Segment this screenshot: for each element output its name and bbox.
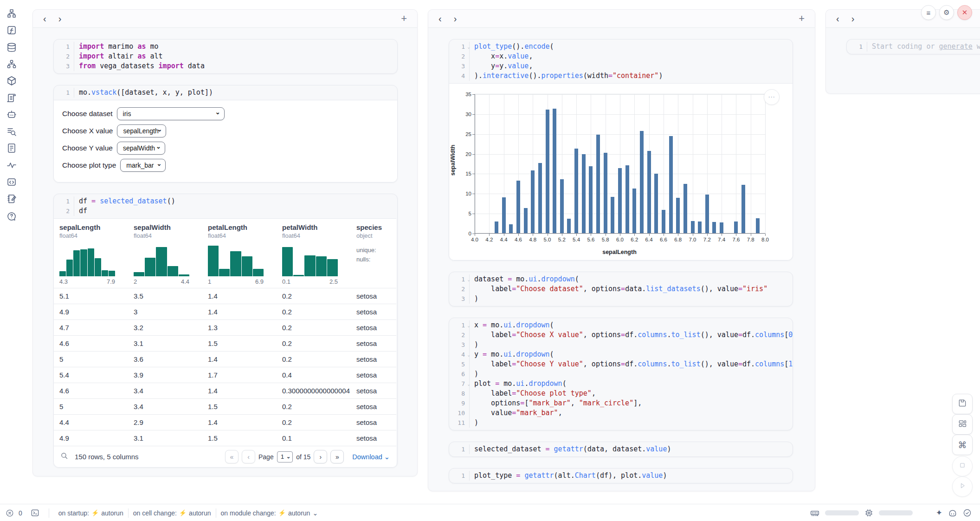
chart-bar[interactable]: [618, 168, 622, 234]
dropdown-select[interactable]: sepalWidth⌄: [117, 142, 165, 155]
code-editor[interactable]: 1df = selected_dataset()2df: [54, 194, 397, 218]
chart-bar[interactable]: [560, 179, 564, 234]
first-page-button[interactable]: «: [225, 450, 239, 463]
fold-chevron-icon[interactable]: ⌄: [468, 321, 470, 331]
chart-bar[interactable]: [589, 166, 593, 234]
save-button[interactable]: [952, 394, 973, 414]
sidebar-snippets-icon[interactable]: [6, 176, 18, 188]
chart-bar[interactable]: [705, 195, 709, 234]
sidebar-datasources-icon[interactable]: [6, 41, 18, 53]
settings-button[interactable]: ⚙: [939, 5, 954, 20]
chart-bar[interactable]: [509, 224, 513, 234]
chart-bar[interactable]: [756, 218, 760, 234]
runtime-config-item[interactable]: on cell change:⚡autorun: [133, 509, 211, 517]
sidebar-errors-icon[interactable]: [6, 125, 18, 137]
table-row[interactable]: 53.41.50.2setosa: [54, 398, 396, 414]
table-row[interactable]: 4.73.21.30.2setosa: [54, 319, 396, 335]
copilot-icon[interactable]: [948, 508, 957, 518]
chart-bar[interactable]: [538, 163, 542, 234]
sidebar-scratchpad-icon[interactable]: [6, 193, 18, 205]
chart-bar[interactable]: [582, 154, 586, 234]
chart-bar[interactable]: [720, 222, 723, 234]
chart-bar[interactable]: [596, 135, 600, 234]
chart-bar[interactable]: [712, 222, 716, 234]
code-editor[interactable]: 1⌄plot_type().encode(2 x=x.value,3 y=y.v…: [449, 39, 793, 83]
errors-indicator[interactable]: [6, 509, 14, 517]
chart-bar[interactable]: [698, 221, 702, 234]
fold-chevron-icon[interactable]: ⌄: [468, 379, 470, 389]
sidebar-logs-icon[interactable]: [6, 92, 18, 104]
column-header[interactable]: speciesobjectunique:nulls:: [351, 219, 396, 288]
chart-bar[interactable]: [741, 185, 745, 234]
runtime-config-item[interactable]: on startup:⚡autorun: [58, 509, 123, 517]
add-column-button[interactable]: +: [401, 13, 407, 24]
chart-bar[interactable]: [574, 149, 578, 234]
table-row[interactable]: 4.63.11.50.2setosa: [54, 335, 396, 351]
chart-bar[interactable]: [567, 219, 571, 234]
chart-bar[interactable]: [524, 208, 528, 234]
chart-plot-area[interactable]: 051015202530354.04.24.44.64.85.05.25.45.…: [474, 94, 766, 234]
column-header[interactable]: petalLengthfloat6416.9: [202, 219, 277, 288]
code-editor[interactable]: 1import marimo as mo2import altair as al…: [54, 39, 397, 73]
generate-with-ai-link[interactable]: generate: [939, 42, 973, 51]
fold-chevron-icon[interactable]: ⌄: [468, 42, 470, 52]
sidebar-packages-icon[interactable]: [6, 75, 18, 87]
expand-right-icon[interactable]: ›: [58, 14, 62, 23]
table-row[interactable]: 5.13.51.40.2setosa: [54, 288, 396, 304]
ai-sparkle-icon[interactable]: ✦: [936, 508, 942, 518]
chart-bar[interactable]: [495, 221, 498, 234]
chart-bar[interactable]: [632, 189, 636, 234]
table-row[interactable]: 4.93.11.50.1setosa: [54, 430, 396, 446]
sidebar-chat-icon[interactable]: [6, 109, 18, 121]
dropdown-select[interactable]: iris⌄: [117, 107, 225, 120]
terminal-icon[interactable]: [31, 508, 39, 517]
connection-status-icon[interactable]: [963, 508, 972, 517]
code-editor[interactable]: 1⌄dataset = mo.ui.dropdown(2 label="Choo…: [449, 272, 793, 306]
chart-bar[interactable]: [611, 197, 614, 234]
chart-bar[interactable]: [531, 170, 535, 234]
table-row[interactable]: 5.43.91.70.4setosa: [54, 367, 396, 383]
next-page-button[interactable]: ›: [314, 450, 327, 463]
table-row[interactable]: 4.42.91.40.2setosa: [54, 414, 396, 430]
chart-bar[interactable]: [734, 221, 738, 234]
expand-right-icon[interactable]: ›: [851, 14, 855, 23]
chart-bar[interactable]: [546, 110, 549, 234]
sidebar-help-icon[interactable]: [6, 210, 18, 222]
chart-bar[interactable]: [502, 197, 506, 234]
chart-bar[interactable]: [676, 198, 680, 234]
code-editor[interactable]: 1plot_type = getattr(alt.Chart(df), plot…: [449, 469, 793, 483]
column-header[interactable]: sepalWidthfloat6424.4: [128, 219, 202, 288]
chart-bar[interactable]: [669, 136, 673, 234]
collapse-left-icon[interactable]: ‹: [836, 14, 839, 23]
chart-bar[interactable]: [647, 151, 651, 234]
dropdown-select[interactable]: sepalLength⌄: [117, 124, 166, 137]
notebook-menu-button[interactable]: ≡: [921, 5, 936, 20]
prev-page-button[interactable]: ‹: [242, 450, 255, 463]
sidebar-variables-icon[interactable]: [6, 159, 18, 171]
chart-actions-button[interactable]: ⋯: [764, 89, 780, 105]
collapse-left-icon[interactable]: ‹: [438, 14, 442, 23]
shutdown-button[interactable]: ✕: [957, 5, 972, 20]
column-header[interactable]: petalWidthfloat640.12.5: [277, 219, 351, 288]
chart-bar[interactable]: [625, 165, 629, 234]
chart-bar[interactable]: [516, 181, 520, 234]
sidebar-documentation-icon[interactable]: [6, 142, 18, 154]
table-row[interactable]: 4.931.40.2setosa: [54, 304, 396, 319]
code-editor[interactable]: 1mo.vstack([dataset, x, y, plot]): [54, 85, 397, 100]
altair-chart-output[interactable]: 051015202530354.04.24.44.64.85.05.25.45.…: [449, 83, 793, 260]
fold-chevron-icon[interactable]: ⌄: [468, 350, 470, 360]
chart-bar[interactable]: [640, 131, 644, 234]
runtime-config-item[interactable]: on module change:⚡autorun⌄: [221, 509, 318, 517]
download-button[interactable]: Download ⌄: [352, 453, 390, 461]
keyboard-shortcuts-button[interactable]: ⌘: [952, 435, 973, 455]
fold-chevron-icon[interactable]: ⌄: [468, 275, 470, 285]
code-editor[interactable]: 1⌄x = mo.ui.dropdown(2 label="Choose X v…: [449, 318, 793, 430]
collapse-left-icon[interactable]: ‹: [43, 14, 46, 23]
code-editor-placeholder[interactable]: Start coding or generate with: [867, 42, 980, 52]
sidebar-file-tree-icon[interactable]: [6, 7, 18, 20]
column-header[interactable]: sepalLengthfloat644.37.9: [54, 219, 128, 288]
page-select[interactable]: 1⌄: [277, 451, 293, 462]
chart-bar[interactable]: [604, 153, 607, 234]
search-icon[interactable]: [60, 452, 68, 462]
chart-bar[interactable]: [691, 221, 695, 234]
